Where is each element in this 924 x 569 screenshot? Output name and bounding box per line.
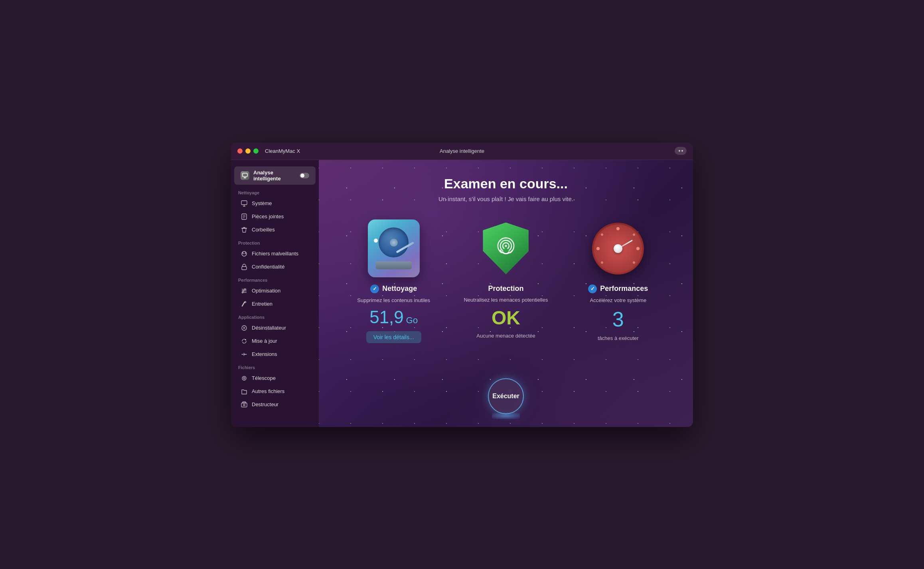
mise-a-jour-label: Mise à jour <box>252 338 277 344</box>
entretien-icon <box>241 300 248 308</box>
execute-button[interactable]: Exécuter <box>488 378 524 414</box>
nettoyage-icon-area <box>364 217 424 281</box>
nettoyage-desc: Supprimez les contenus inutiles <box>357 297 430 303</box>
sidebar-active-label: Analyse intelligente <box>253 170 296 182</box>
nettoyage-unit: Go <box>406 315 418 326</box>
optimisation-icon <box>241 287 248 294</box>
svg-point-23 <box>242 292 243 293</box>
performances-title: Performances <box>600 284 648 293</box>
sidebar-item-analyse-intelligente[interactable]: Analyse intelligente <box>234 166 316 185</box>
mise-a-jour-icon <box>241 338 248 345</box>
systeme-icon <box>241 200 248 207</box>
desinstallateur-icon <box>241 324 248 332</box>
analyse-intelligente-icon <box>241 171 249 180</box>
shield-shape <box>483 223 529 275</box>
nettoyage-value-row: 51,9 Go <box>369 307 418 327</box>
close-button[interactable] <box>237 148 243 154</box>
svg-point-36 <box>601 233 603 236</box>
svg-point-13 <box>245 253 246 254</box>
sidebar-item-systeme[interactable]: Système <box>233 197 316 210</box>
page-title: Examen en cours... <box>444 176 568 192</box>
sidebar-item-corbeilles[interactable]: Corbeilles <box>233 223 316 236</box>
sidebar-toggle[interactable] <box>300 173 309 178</box>
sidebar-item-desinstallateur[interactable]: Désinstallateur <box>233 322 316 334</box>
svg-rect-28 <box>243 402 246 403</box>
telescope-label: Télescope <box>252 375 276 381</box>
sidebar-item-entretien[interactable]: Entretien <box>233 298 316 310</box>
confidentialite-label: Confidentialité <box>252 264 284 270</box>
app-window: CleanMyMac X Analyse intelligente Analys… <box>231 142 693 427</box>
more-options-button[interactable] <box>675 147 687 155</box>
sidebar-item-mise-a-jour[interactable]: Mise à jour <box>233 335 316 348</box>
hdd-arm-head <box>374 239 378 243</box>
protection-icon-area <box>476 217 536 281</box>
sidebar: Analyse intelligente Nettoyage Système <box>231 160 319 427</box>
titlebar: CleanMyMac X Analyse intelligente <box>231 142 693 160</box>
nettoyage-value: 51,9 <box>369 307 404 327</box>
speedometer-knob <box>614 244 622 253</box>
cards-row: ✓ Nettoyage Supprimez les contenus inuti… <box>342 217 669 343</box>
telescope-icon <box>241 375 248 382</box>
sidebar-item-optimisation[interactable]: Optimisation <box>233 284 316 297</box>
sidebar-section-protection: Protection <box>231 237 319 247</box>
fichiers-malveillants-label: Fichiers malveillants <box>252 251 298 257</box>
svg-rect-3 <box>241 201 247 205</box>
svg-rect-0 <box>243 173 247 177</box>
extensions-label: Extensions <box>252 351 277 357</box>
fullscreen-button[interactable] <box>253 148 259 154</box>
svg-point-39 <box>601 261 603 264</box>
sidebar-item-telescope[interactable]: Télescope <box>233 372 316 385</box>
nettoyage-detail-button[interactable]: Voir les détails... <box>366 331 421 343</box>
performances-desc: Accélérez votre système <box>590 297 647 303</box>
performances-check-badge: ✓ <box>588 284 597 293</box>
protection-sub: Aucune menace détectée <box>476 333 535 339</box>
shield-icon-wrap <box>480 219 532 277</box>
pieces-jointes-label: Pièces jointes <box>252 213 284 219</box>
sidebar-item-destructeur[interactable]: Destructeur <box>233 398 316 411</box>
sidebar-item-autres-fichiers[interactable]: Autres fichiers <box>233 385 316 398</box>
sidebar-item-confidentialite[interactable]: Confidentialité <box>233 261 316 273</box>
sidebar-section-fichiers: Fichiers <box>231 361 319 371</box>
app-title: CleanMyMac X <box>265 148 300 154</box>
page-subtitle: Un instant, s'il vous plaît ! Je vais fa… <box>438 196 573 202</box>
sidebar-item-pieces-jointes[interactable]: Pièces jointes <box>233 210 316 223</box>
svg-point-35 <box>596 247 600 250</box>
content-area: Examen en cours... Un instant, s'il vous… <box>319 160 693 427</box>
card-performances: ✓ Performances Accélérez votre système 3… <box>567 217 669 343</box>
sidebar-section-applications: Applications <box>231 311 319 321</box>
card-protection: Protection Neutralisez les menaces poten… <box>454 217 557 343</box>
hdd-icon <box>368 219 420 277</box>
svg-rect-14 <box>242 267 247 270</box>
confidentialite-icon <box>241 263 248 271</box>
speedometer-wrap <box>590 219 646 277</box>
protection-title: Protection <box>488 284 523 293</box>
svg-point-32 <box>505 245 507 247</box>
sidebar-item-extensions[interactable]: Extensions <box>233 348 316 361</box>
autres-fichiers-label: Autres fichiers <box>252 388 284 394</box>
main-layout: Analyse intelligente Nettoyage Système <box>231 160 693 427</box>
performances-sub: tâches à exécuter <box>598 335 639 341</box>
minimize-button[interactable] <box>245 148 251 154</box>
pieces-jointes-icon <box>241 213 248 220</box>
svg-point-20 <box>245 288 246 290</box>
optimisation-label: Optimisation <box>252 288 280 294</box>
svg-point-33 <box>616 227 620 230</box>
sidebar-item-fichiers-malveillants[interactable]: Fichiers malveillants <box>233 247 316 260</box>
svg-point-26 <box>243 377 245 379</box>
entretien-label: Entretien <box>252 301 272 307</box>
svg-line-24 <box>242 302 245 306</box>
protection-desc: Neutralisez les menaces potentielles <box>464 297 548 303</box>
nettoyage-title-row: ✓ Nettoyage <box>370 284 417 293</box>
nettoyage-title: Nettoyage <box>382 284 417 293</box>
nettoyage-check-badge: ✓ <box>370 284 379 293</box>
sidebar-section-nettoyage: Nettoyage <box>231 186 319 197</box>
protection-value: OK <box>492 307 520 329</box>
speedometer-center <box>614 244 622 253</box>
destructeur-icon <box>241 401 248 408</box>
execute-row: Exécuter <box>488 378 524 419</box>
systeme-label: Système <box>252 200 272 206</box>
hdd-disk-inner <box>390 239 398 247</box>
svg-point-17 <box>243 290 244 291</box>
svg-point-34 <box>636 247 640 250</box>
speedometer <box>592 223 644 275</box>
